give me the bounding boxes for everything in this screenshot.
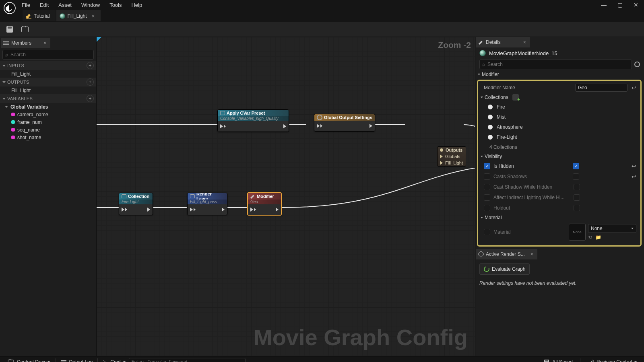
graph-canvas[interactable]: Zoom -2 Movie Graph Config Apply CVar Pr…	[97, 37, 475, 356]
input-item[interactable]: Fill_Light	[0, 70, 96, 78]
exec-input-pin[interactable]	[220, 124, 226, 128]
material-thumb[interactable]: None	[569, 224, 586, 241]
save-icon	[544, 360, 549, 362]
collection-item[interactable]: Fire	[478, 102, 640, 112]
exec-output-pin[interactable]	[222, 208, 225, 212]
menu-window[interactable]: Window	[77, 1, 104, 9]
close-icon[interactable]: ×	[530, 251, 533, 257]
value-checkbox[interactable]	[574, 205, 580, 211]
tab-tutorial[interactable]: Tutorial	[23, 10, 56, 21]
exec-input-pin[interactable]	[250, 208, 256, 212]
menu-asset[interactable]: Asset	[54, 1, 76, 9]
members-search[interactable]: ⌕	[2, 50, 94, 60]
exec-input-pin[interactable]	[190, 208, 196, 212]
exec-input-pin[interactable]	[122, 208, 127, 212]
node-outputs[interactable]: Outputs Globals Fill_Light	[437, 146, 466, 167]
menu-edit[interactable]: Edit	[36, 1, 53, 9]
modifier-name-input[interactable]	[575, 84, 627, 92]
prop-holdout: Holdout	[478, 203, 640, 213]
node-render-layer[interactable]: Render Layer Fill_Light_pass	[187, 193, 227, 215]
override-checkbox[interactable]	[484, 173, 490, 180]
list-icon	[3, 41, 9, 45]
add-input-button[interactable]: +	[87, 62, 94, 69]
add-output-button[interactable]: +	[87, 78, 94, 86]
menu-help[interactable]: Help	[127, 1, 146, 9]
evaluate-graph-button[interactable]: Evaluate Graph	[479, 263, 530, 275]
value-checkbox[interactable]: ✓	[573, 163, 579, 169]
override-checkbox[interactable]	[484, 194, 490, 201]
browse-to-icon[interactable]: 📁	[595, 234, 601, 240]
collection-item[interactable]: Atmosphere	[478, 122, 640, 132]
menu-tools[interactable]: Tools	[105, 1, 126, 9]
pencil-icon	[479, 40, 483, 45]
exec-pin[interactable]	[440, 154, 443, 158]
reset-icon[interactable]: ↩	[632, 173, 636, 180]
browse-button[interactable]	[19, 24, 31, 35]
search-input[interactable]	[487, 62, 629, 67]
var-camera-name[interactable]: camera_name	[0, 111, 96, 118]
override-checkbox[interactable]	[484, 229, 490, 235]
tab-fill-light[interactable]: Fill_Light ×	[56, 10, 101, 21]
section-inputs[interactable]: INPUTS +	[0, 61, 96, 70]
reset-icon[interactable]: ↩	[632, 163, 636, 169]
value-checkbox[interactable]	[574, 184, 580, 190]
close-icon[interactable]: ×	[523, 39, 526, 45]
section-variables[interactable]: VARIABLES +	[0, 94, 96, 103]
close-icon[interactable]: ×	[43, 40, 46, 46]
section-collections[interactable]: Collections	[478, 93, 640, 102]
node-apply-cvar-preset[interactable]: Apply CVar Preset Console_Variables_high…	[217, 109, 289, 132]
content-drawer-button[interactable]: Content Drawer	[4, 358, 54, 362]
exec-input-pin[interactable]	[317, 124, 322, 128]
collection-item[interactable]: Mist	[478, 112, 640, 122]
window-minimize[interactable]: —	[596, 0, 612, 10]
var-frame-num[interactable]: frame_num	[0, 118, 96, 126]
exec-output-pin[interactable]	[276, 208, 279, 212]
details-search[interactable]: ⌕	[479, 60, 632, 69]
output-item[interactable]: Fill_Light	[0, 86, 96, 94]
exec-output-pin[interactable]	[369, 124, 372, 128]
save-button[interactable]	[3, 24, 16, 35]
use-selected-icon[interactable]: ⟲	[588, 234, 592, 240]
exec-output-pin[interactable]	[147, 208, 150, 212]
add-variable-button[interactable]: +	[87, 95, 94, 102]
var-seq-name[interactable]: seq_name	[0, 126, 96, 134]
members-tab[interactable]: Members ×	[1, 38, 50, 48]
members-panel: Members × ⌕ INPUTS + Fill_Light OUTPUTS …	[0, 37, 97, 356]
node-collection[interactable]: Collection Fire-Light	[119, 193, 153, 215]
node-global-output-settings[interactable]: Global Output Settings	[314, 114, 375, 132]
window-maximize[interactable]: ▢	[612, 0, 628, 10]
details-tab[interactable]: Details ×	[476, 37, 530, 47]
close-icon[interactable]: ×	[92, 13, 95, 19]
render-settings-message: Render settings have not been evaluated …	[475, 279, 644, 288]
section-visibility[interactable]: Visibility	[478, 152, 640, 161]
global-vars-header[interactable]: Global Variables	[0, 103, 96, 111]
node-modifier[interactable]: Modifier Geo	[247, 192, 282, 216]
settings-icon[interactable]	[634, 62, 640, 67]
render-settings-tab[interactable]: Active Render S... ×	[476, 249, 537, 259]
override-checkbox[interactable]: ✓	[484, 163, 490, 169]
revision-control-button[interactable]: ⎇Revision Control	[584, 357, 640, 362]
menu-file[interactable]: File	[18, 1, 34, 9]
value-checkbox[interactable]	[573, 173, 579, 180]
var-shot-name[interactable]: shot_name	[0, 134, 96, 141]
reset-icon[interactable]: ↩	[632, 84, 636, 91]
value-checkbox[interactable]	[574, 194, 580, 201]
section-material[interactable]: Material	[478, 213, 640, 222]
window-close[interactable]: ✕	[628, 0, 644, 10]
cmd-select[interactable]: >_Cmd	[99, 357, 128, 362]
search-input[interactable]	[10, 52, 91, 58]
collection-item[interactable]: Fire-Light	[478, 132, 640, 142]
node-icon	[122, 194, 126, 198]
exec-output-pin[interactable]	[283, 124, 286, 128]
output-log-button[interactable]: Output Log	[58, 358, 96, 362]
add-collection-button[interactable]	[512, 94, 519, 101]
prop-cast-shadow-hidden: Cast Shadow While Hidden	[478, 182, 640, 192]
console-command-input[interactable]	[129, 358, 246, 362]
override-checkbox[interactable]	[484, 205, 490, 211]
exec-pin[interactable]	[440, 161, 443, 165]
save-status-button[interactable]: All Saved	[540, 357, 576, 362]
section-modifier[interactable]: Modifier	[475, 70, 644, 79]
section-outputs[interactable]: OUTPUTS +	[0, 78, 96, 86]
material-picker[interactable]: None	[588, 224, 636, 233]
override-checkbox[interactable]	[484, 184, 490, 190]
